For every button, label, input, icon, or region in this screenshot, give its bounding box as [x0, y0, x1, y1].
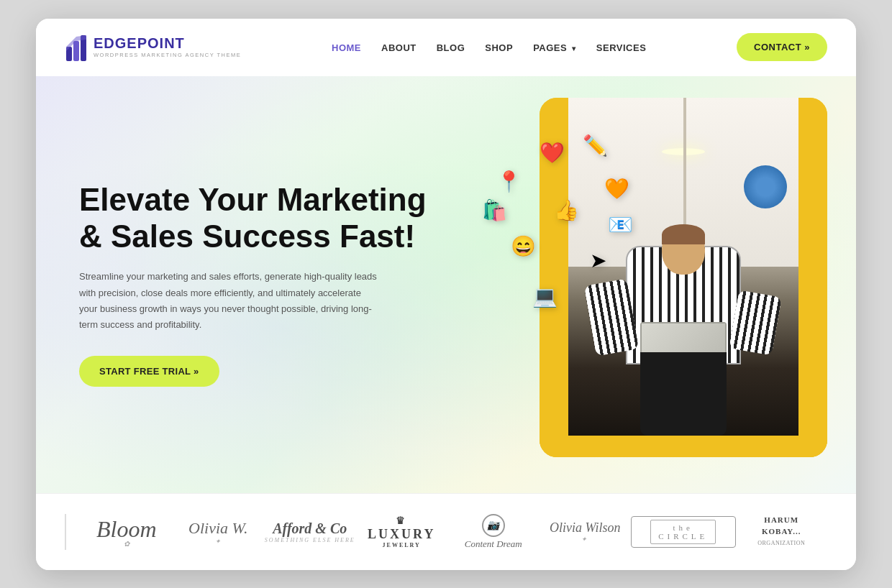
navbar: EDGEPOINT WORDPRESS MARKETING AGENCY THE… — [36, 19, 856, 76]
nav-item-shop[interactable]: SHOP — [485, 41, 513, 54]
nav-links: HOME ABOUT BLOG SHOP PAGES ▾ SERVICES — [241, 41, 737, 54]
brand-bloom: Bloom ✿ — [81, 516, 173, 548]
logo-text: EDGEPOINT WORDPRESS MARKETING AGENCY THE… — [94, 36, 241, 58]
chevron-down-icon: ▾ — [572, 45, 576, 52]
hero-section: Elevate Your Marketing & Sales Success F… — [36, 76, 856, 493]
hero-content: Elevate Your Marketing & Sales Success F… — [79, 182, 453, 387]
nav-item-about[interactable]: ABOUT — [381, 41, 417, 54]
camera-icon: 📷 — [482, 514, 505, 537]
pin-icon: 📍 — [496, 170, 522, 193]
heart-icon: ❤️ — [540, 141, 565, 165]
nav-link-home[interactable]: HOME — [332, 42, 361, 53]
nav-item-pages[interactable]: PAGES ▾ — [533, 41, 576, 54]
arrow-icon: ➤ — [590, 249, 606, 272]
nav-item-blog[interactable]: BLOG — [437, 41, 465, 54]
shopping-icon: 🛍️ — [482, 198, 507, 222]
contact-button[interactable]: CONTACT » — [737, 33, 827, 61]
nav-link-services[interactable]: SERVICES — [596, 42, 647, 53]
hero-image-area: ❤️ 📍 ✏️ 🛍️ 👍 😄 🧡 📧 ➤ 💻 — [540, 98, 827, 457]
laptop-icon: 💻 — [532, 285, 558, 308]
like-icon: 👍 — [554, 198, 579, 222]
mail-icon: 📧 — [608, 213, 633, 236]
svg-rect-1 — [73, 41, 79, 61]
logo-title: EDGEPOINT — [94, 36, 241, 50]
brand-circle: theCIRCLE — [631, 516, 736, 548]
pants — [640, 352, 727, 435]
brand-olivia-wilson: Olivia Wilson ✦ — [540, 520, 632, 543]
hero-title: Elevate Your Marketing & Sales Success F… — [79, 182, 453, 254]
cursor-icon: ✏️ — [583, 134, 608, 157]
yellow-border-right — [798, 98, 827, 457]
nav-item-home[interactable]: HOME — [332, 41, 361, 54]
logos-strip: Bloom ✿ Olivia W. ✦ Afford & Co SOMETHIN… — [36, 493, 856, 570]
nav-link-about[interactable]: ABOUT — [381, 42, 417, 53]
yellow-border-bottom — [540, 436, 827, 457]
logo-icon — [65, 34, 88, 61]
nav-link-blog[interactable]: BLOG — [437, 42, 465, 53]
head — [662, 224, 705, 275]
smile-icon: 😄 — [511, 234, 536, 258]
brand-content: 📷 Content Dream — [447, 514, 540, 550]
arm-right — [729, 290, 781, 356]
logo-area: EDGEPOINT WORDPRESS MARKETING AGENCY THE… — [65, 34, 241, 61]
logo-subtitle: WORDPRESS MARKETING AGENCY THEME — [94, 52, 241, 58]
hero-description: Streamline your marketing and sales effo… — [79, 269, 381, 332]
nav-item-services[interactable]: SERVICES — [596, 41, 647, 54]
brand-luxury: ♛ LUXURY JEWELRY — [356, 515, 448, 548]
logo-divider — [65, 514, 66, 550]
brand-olivia: Olivia W. ✦ — [173, 519, 265, 545]
brand-harum: HARUMKOBAY...organization — [736, 515, 828, 548]
browser-window: EDGEPOINT WORDPRESS MARKETING AGENCY THE… — [36, 19, 856, 570]
nav-link-shop[interactable]: SHOP — [485, 42, 513, 53]
brand-afford: Afford & Co SOMETHING ELSE HERE — [264, 520, 356, 543]
hair — [662, 224, 705, 244]
start-trial-button[interactable]: START FREE TRIAL » — [79, 356, 219, 387]
nav-link-pages[interactable]: PAGES ▾ — [533, 42, 576, 53]
heart2-icon: 🧡 — [604, 177, 629, 201]
